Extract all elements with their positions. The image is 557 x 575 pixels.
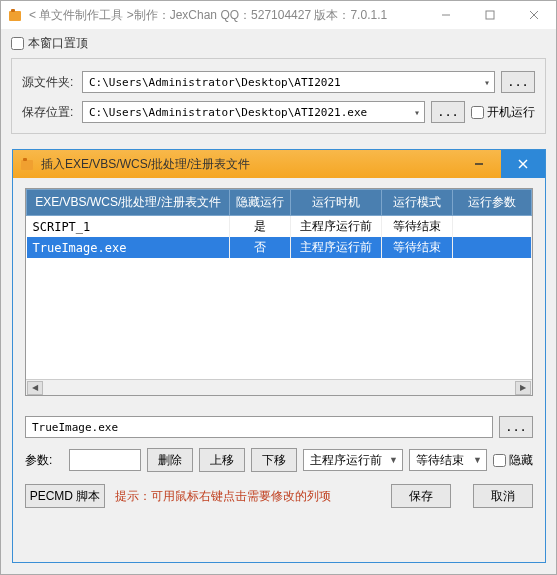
topmost-input[interactable] — [11, 37, 24, 50]
col-param[interactable]: 运行参数 — [452, 190, 531, 216]
chevron-down-icon: ▼ — [473, 455, 482, 465]
move-up-button[interactable]: 上移 — [199, 448, 245, 472]
dialog-icon — [19, 156, 35, 172]
main-title: < 单文件制作工具 >制作：JexChan QQ：527104427 版本：7.… — [29, 7, 424, 24]
mode-combo[interactable]: 等待结束 ▼ — [409, 449, 487, 471]
chevron-down-icon[interactable]: ▾ — [484, 77, 490, 88]
topmost-checkbox[interactable]: 本窗口置顶 — [11, 35, 546, 52]
svg-rect-0 — [9, 11, 21, 21]
cancel-button[interactable]: 取消 — [473, 484, 533, 508]
maximize-button[interactable] — [468, 1, 512, 29]
file-browse-button[interactable]: ... — [499, 416, 533, 438]
move-down-button[interactable]: 下移 — [251, 448, 297, 472]
hide-input[interactable] — [493, 454, 506, 467]
dialog-titlebar[interactable]: 插入EXE/VBS/WCS/批处理/注册表文件 — [13, 150, 545, 178]
col-file[interactable]: EXE/VBS/WCS/批处理/注册表文件 — [27, 190, 230, 216]
path-group: 源文件夹: C:\Users\Administrator\Desktop\ATI… — [11, 58, 546, 134]
hint-text: 提示：可用鼠标右键点击需要修改的列项 — [115, 488, 381, 505]
insert-files-dialog: 插入EXE/VBS/WCS/批处理/注册表文件 EXE/VBS — [12, 149, 546, 563]
col-timing[interactable]: 运行时机 — [290, 190, 381, 216]
save-button[interactable]: 保存 — [391, 484, 451, 508]
hide-checkbox[interactable]: 隐藏 — [493, 452, 533, 469]
files-table[interactable]: EXE/VBS/WCS/批处理/注册表文件 隐藏运行 运行时机 运行模式 运行参… — [26, 189, 532, 258]
main-window: < 单文件制作工具 >制作：JexChan QQ：527104427 版本：7.… — [0, 0, 557, 575]
timing-combo[interactable]: 主程序运行前 ▼ — [303, 449, 403, 471]
main-titlebar[interactable]: < 单文件制作工具 >制作：JexChan QQ：527104427 版本：7.… — [1, 1, 556, 29]
autorun-checkbox[interactable]: 开机运行 — [471, 104, 535, 121]
svg-rect-1 — [11, 9, 15, 12]
files-table-container: EXE/VBS/WCS/批处理/注册表文件 隐藏运行 运行时机 运行模式 运行参… — [25, 188, 533, 396]
params-label: 参数: — [25, 452, 63, 469]
chevron-down-icon[interactable]: ▾ — [414, 107, 420, 118]
app-icon — [7, 7, 23, 23]
minimize-button[interactable] — [424, 1, 468, 29]
svg-rect-6 — [21, 160, 33, 170]
params-input[interactable] — [69, 449, 141, 471]
svg-rect-3 — [486, 11, 494, 19]
col-hidden[interactable]: 隐藏运行 — [229, 190, 290, 216]
chevron-down-icon: ▼ — [389, 455, 398, 465]
dialog-minimize-button[interactable] — [457, 150, 501, 178]
col-mode[interactable]: 运行模式 — [381, 190, 452, 216]
scroll-right-icon[interactable]: ▶ — [515, 381, 531, 395]
save-browse-button[interactable]: ... — [431, 101, 465, 123]
svg-rect-7 — [23, 158, 27, 161]
source-path-combo[interactable]: C:\Users\Administrator\Desktop\ATI2021 ▾ — [82, 71, 495, 93]
file-path-input[interactable]: TrueImage.exe — [25, 416, 493, 438]
dialog-close-button[interactable] — [501, 150, 545, 178]
save-label: 保存位置: — [22, 104, 82, 121]
scroll-left-icon[interactable]: ◀ — [27, 381, 43, 395]
pecmd-script-button[interactable]: PECMD 脚本 — [25, 484, 105, 508]
source-label: 源文件夹: — [22, 74, 82, 91]
autorun-input[interactable] — [471, 106, 484, 119]
table-row[interactable]: TrueImage.exe 否 主程序运行前 等待结束 — [27, 237, 532, 258]
table-row[interactable]: SCRIPT_1 是 主程序运行前 等待结束 — [27, 216, 532, 238]
source-browse-button[interactable]: ... — [501, 71, 535, 93]
close-button[interactable] — [512, 1, 556, 29]
dialog-title: 插入EXE/VBS/WCS/批处理/注册表文件 — [41, 156, 457, 173]
save-path-combo[interactable]: C:\Users\Administrator\Desktop\ATI2021.e… — [82, 101, 425, 123]
horizontal-scrollbar[interactable]: ◀ ▶ — [26, 379, 532, 395]
delete-button[interactable]: 删除 — [147, 448, 193, 472]
